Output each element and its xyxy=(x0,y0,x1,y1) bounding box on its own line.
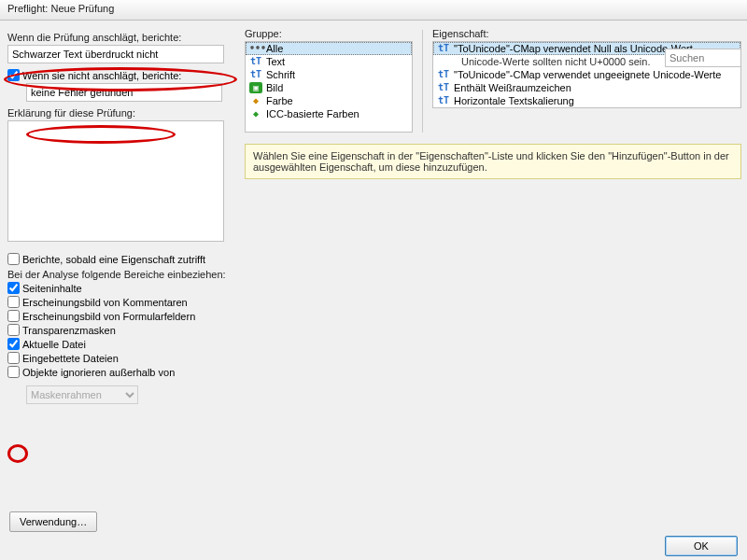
tt-icon: tT xyxy=(437,95,450,106)
color-icon: ◆ xyxy=(249,95,262,106)
tt-icon: tT xyxy=(437,82,450,93)
chk-curfile[interactable] xyxy=(7,338,20,350)
chk-curfile-label: Aktuelle Datei xyxy=(22,339,86,350)
chk-transp-label: Transparenzmasken xyxy=(22,325,116,336)
icc-icon: ◆ xyxy=(249,108,262,119)
group-item-schrift[interactable]: tTSchrift xyxy=(246,68,412,81)
group-listbox[interactable]: •••Alle tTText tTSchrift ▣Bild ◆Farbe ◆I… xyxy=(245,41,413,133)
label-group: Gruppe: xyxy=(245,28,413,39)
group-item-text[interactable]: tTText xyxy=(246,55,412,68)
right-pane: Gruppe: •••Alle tTText tTSchrift ▣Bild ◆… xyxy=(243,21,747,532)
chk-ignoreobj[interactable] xyxy=(7,366,20,378)
separator xyxy=(422,30,423,133)
chk-pagecontent[interactable] xyxy=(7,282,20,294)
mask-select: Maskenrahmen xyxy=(26,385,138,404)
ok-button[interactable]: OK xyxy=(665,536,738,556)
usage-button[interactable]: Verwendung… xyxy=(9,511,97,532)
hit-text-input[interactable] xyxy=(7,45,224,63)
font-icon: tT xyxy=(249,69,262,80)
prop-item-2[interactable]: tTEnthält Weißraumzeichen xyxy=(433,81,740,94)
explain-textarea[interactable] xyxy=(7,120,224,242)
chk-transp[interactable] xyxy=(7,324,20,336)
chk-formfields-label: Erscheinungsbild von Formularfeldern xyxy=(22,311,195,322)
prop-item-1[interactable]: tT"ToUnicode"-CMap verwendet ungeeignete… xyxy=(433,68,740,81)
nohit-text-input[interactable] xyxy=(26,83,222,102)
all-icon: ••• xyxy=(249,43,262,54)
chk-formfields[interactable] xyxy=(7,310,20,322)
chk-embedded[interactable] xyxy=(7,352,20,364)
tt-icon: tT xyxy=(437,69,450,80)
label-prop: Eigenschaft: xyxy=(432,28,741,39)
tt-icon: tT xyxy=(437,43,450,54)
hint-box: Wählen Sie eine Eigenschaft in der "Eige… xyxy=(245,144,741,179)
group-item-icc[interactable]: ◆ICC-basierte Farben xyxy=(246,107,412,120)
text-icon: tT xyxy=(249,56,262,67)
search-input[interactable] xyxy=(665,49,741,67)
label-hit: Wenn die Prüfung anschlägt, berichte: xyxy=(7,32,235,43)
chk-nohit[interactable] xyxy=(7,69,20,81)
chk-pagecontent-label: Seiteninhalte xyxy=(22,283,82,294)
label-explain: Erklärung für diese Prüfung: xyxy=(7,107,235,119)
group-item-bild[interactable]: ▣Bild xyxy=(246,81,412,94)
group-item-alle[interactable]: •••Alle xyxy=(246,42,412,55)
chk-embedded-label: Eingebettete Dateien xyxy=(22,353,119,364)
chk-anyprop[interactable] xyxy=(7,253,20,265)
chk-anyprop-label: Berichte, sobald eine Eigenschaft zutrif… xyxy=(22,254,205,265)
group-item-farbe[interactable]: ◆Farbe xyxy=(246,94,412,107)
chk-annots-label: Erscheinungsbild von Kommentaren xyxy=(22,297,188,308)
chk-ignoreobj-label: Objekte ignorieren außerhalb von xyxy=(22,367,175,378)
window-title: Preflight: Neue Prüfung xyxy=(0,0,747,21)
image-icon: ▣ xyxy=(249,82,262,93)
chk-annots[interactable] xyxy=(7,296,20,308)
label-areas: Bei der Analyse folgende Bereiche einbez… xyxy=(7,269,235,280)
left-pane: Wenn die Prüfung anschlägt, berichte: We… xyxy=(0,21,243,532)
prop-item-3[interactable]: tTHorizontale Textskalierung xyxy=(433,94,740,107)
chk-nohit-label: Wenn sie nicht anschlägt, berichte: xyxy=(22,70,181,81)
annotation-oval-3 xyxy=(7,444,28,463)
